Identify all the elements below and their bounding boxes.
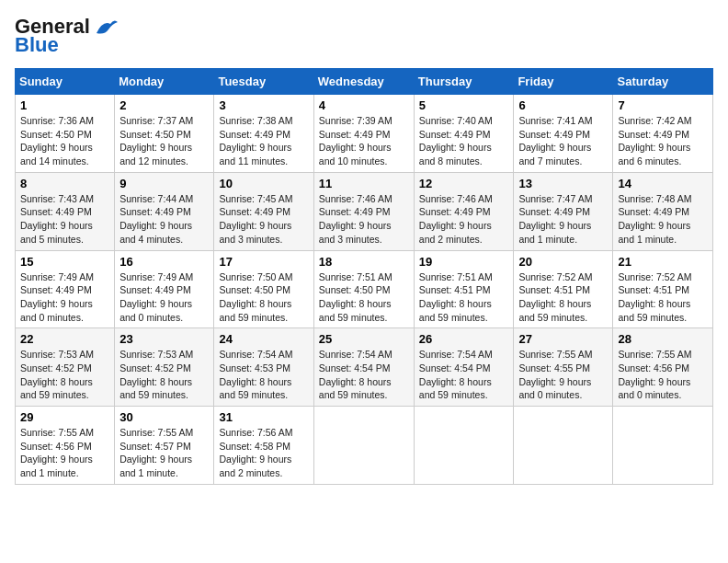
calendar-cell: 26Sunrise: 7:54 AM Sunset: 4:54 PM Dayli…: [414, 328, 514, 407]
calendar-cell: 21Sunrise: 7:52 AM Sunset: 4:51 PM Dayli…: [613, 250, 713, 328]
calendar-cell: 11Sunrise: 7:46 AM Sunset: 4:49 PM Dayli…: [313, 172, 414, 250]
day-number: 11: [319, 177, 409, 190]
calendar-cell: 1Sunrise: 7:36 AM Sunset: 4:50 PM Daylig…: [16, 95, 115, 173]
day-info: Sunrise: 7:46 AM Sunset: 4:49 PM Dayligh…: [319, 192, 409, 247]
calendar-week-1: 1Sunrise: 7:36 AM Sunset: 4:50 PM Daylig…: [16, 95, 713, 173]
day-number: 2: [119, 98, 209, 112]
day-of-week-saturday: Saturday: [613, 69, 713, 95]
day-info: Sunrise: 7:39 AM Sunset: 4:49 PM Dayligh…: [319, 114, 409, 168]
day-info: Sunrise: 7:54 AM Sunset: 4:54 PM Dayligh…: [419, 348, 509, 402]
day-number: 23: [119, 332, 209, 346]
day-number: 19: [419, 255, 509, 269]
day-info: Sunrise: 7:42 AM Sunset: 4:49 PM Dayligh…: [618, 114, 708, 168]
day-number: 8: [20, 177, 109, 190]
page-header: General Blue: [15, 15, 713, 57]
day-of-week-header: SundayMondayTuesdayWednesdayThursdayFrid…: [16, 69, 713, 95]
day-of-week-wednesday: Wednesday: [313, 69, 414, 95]
day-info: Sunrise: 7:55 AM Sunset: 4:57 PM Dayligh…: [119, 426, 209, 480]
day-info: Sunrise: 7:43 AM Sunset: 4:49 PM Dayligh…: [20, 192, 109, 247]
calendar-cell: 9Sunrise: 7:44 AM Sunset: 4:49 PM Daylig…: [115, 172, 214, 250]
day-info: Sunrise: 7:55 AM Sunset: 4:56 PM Dayligh…: [618, 348, 708, 402]
day-info: Sunrise: 7:55 AM Sunset: 4:55 PM Dayligh…: [518, 348, 608, 402]
calendar-cell: 6Sunrise: 7:41 AM Sunset: 4:49 PM Daylig…: [514, 95, 613, 173]
day-number: 15: [20, 255, 109, 269]
calendar-cell: 13Sunrise: 7:47 AM Sunset: 4:49 PM Dayli…: [514, 172, 613, 250]
calendar-cell: [613, 407, 713, 485]
day-of-week-monday: Monday: [115, 69, 214, 95]
day-info: Sunrise: 7:50 AM Sunset: 4:50 PM Dayligh…: [219, 270, 308, 325]
calendar-cell: 24Sunrise: 7:54 AM Sunset: 4:53 PM Dayli…: [214, 328, 313, 407]
day-info: Sunrise: 7:44 AM Sunset: 4:49 PM Dayligh…: [119, 192, 209, 247]
day-number: 13: [518, 177, 608, 190]
calendar-body: 1Sunrise: 7:36 AM Sunset: 4:50 PM Daylig…: [16, 95, 713, 485]
day-info: Sunrise: 7:54 AM Sunset: 4:53 PM Dayligh…: [219, 348, 308, 402]
logo-bird-icon: [92, 17, 119, 37]
calendar-cell: 19Sunrise: 7:51 AM Sunset: 4:51 PM Dayli…: [414, 250, 514, 328]
calendar-cell: 25Sunrise: 7:54 AM Sunset: 4:54 PM Dayli…: [313, 328, 414, 407]
calendar-week-3: 15Sunrise: 7:49 AM Sunset: 4:49 PM Dayli…: [16, 250, 713, 328]
day-number: 10: [219, 177, 308, 190]
calendar-cell: 8Sunrise: 7:43 AM Sunset: 4:49 PM Daylig…: [16, 172, 115, 250]
calendar-cell: 15Sunrise: 7:49 AM Sunset: 4:49 PM Dayli…: [16, 250, 115, 328]
day-number: 26: [419, 332, 509, 346]
day-info: Sunrise: 7:52 AM Sunset: 4:51 PM Dayligh…: [518, 270, 608, 325]
calendar-cell: 5Sunrise: 7:40 AM Sunset: 4:49 PM Daylig…: [414, 95, 514, 173]
day-info: Sunrise: 7:48 AM Sunset: 4:49 PM Dayligh…: [618, 192, 708, 247]
day-info: Sunrise: 7:45 AM Sunset: 4:49 PM Dayligh…: [219, 192, 308, 247]
day-info: Sunrise: 7:38 AM Sunset: 4:49 PM Dayligh…: [219, 114, 308, 168]
day-info: Sunrise: 7:51 AM Sunset: 4:51 PM Dayligh…: [419, 270, 509, 325]
day-number: 20: [518, 255, 608, 269]
day-info: Sunrise: 7:49 AM Sunset: 4:49 PM Dayligh…: [119, 270, 209, 325]
day-number: 31: [219, 410, 308, 424]
day-number: 16: [119, 255, 209, 269]
day-info: Sunrise: 7:49 AM Sunset: 4:49 PM Dayligh…: [20, 270, 109, 325]
day-info: Sunrise: 7:55 AM Sunset: 4:56 PM Dayligh…: [20, 426, 109, 480]
day-number: 27: [518, 332, 608, 346]
day-info: Sunrise: 7:53 AM Sunset: 4:52 PM Dayligh…: [119, 348, 209, 402]
calendar-cell: 23Sunrise: 7:53 AM Sunset: 4:52 PM Dayli…: [115, 328, 214, 407]
day-number: 21: [618, 255, 708, 269]
day-number: 6: [518, 98, 608, 112]
day-info: Sunrise: 7:56 AM Sunset: 4:58 PM Dayligh…: [219, 426, 308, 480]
day-info: Sunrise: 7:52 AM Sunset: 4:51 PM Dayligh…: [618, 270, 708, 325]
day-info: Sunrise: 7:37 AM Sunset: 4:50 PM Dayligh…: [119, 114, 209, 168]
calendar-cell: 30Sunrise: 7:55 AM Sunset: 4:57 PM Dayli…: [115, 407, 214, 485]
calendar-cell: 4Sunrise: 7:39 AM Sunset: 4:49 PM Daylig…: [313, 95, 414, 173]
day-of-week-tuesday: Tuesday: [214, 69, 313, 95]
calendar-cell: 3Sunrise: 7:38 AM Sunset: 4:49 PM Daylig…: [214, 95, 313, 173]
calendar-cell: 31Sunrise: 7:56 AM Sunset: 4:58 PM Dayli…: [214, 407, 313, 485]
day-of-week-friday: Friday: [514, 69, 613, 95]
calendar-week-4: 22Sunrise: 7:53 AM Sunset: 4:52 PM Dayli…: [16, 328, 713, 407]
day-number: 9: [119, 177, 209, 190]
calendar-cell: 10Sunrise: 7:45 AM Sunset: 4:49 PM Dayli…: [214, 172, 313, 250]
calendar-cell: 12Sunrise: 7:46 AM Sunset: 4:49 PM Dayli…: [414, 172, 514, 250]
day-number: 24: [219, 332, 308, 346]
calendar-cell: [313, 407, 414, 485]
day-info: Sunrise: 7:51 AM Sunset: 4:50 PM Dayligh…: [319, 270, 409, 325]
calendar-table: SundayMondayTuesdayWednesdayThursdayFrid…: [15, 68, 713, 485]
day-number: 14: [618, 177, 708, 190]
calendar-cell: [414, 407, 514, 485]
day-number: 22: [20, 332, 109, 346]
calendar-week-2: 8Sunrise: 7:43 AM Sunset: 4:49 PM Daylig…: [16, 172, 713, 250]
day-info: Sunrise: 7:41 AM Sunset: 4:49 PM Dayligh…: [518, 114, 608, 168]
day-number: 30: [119, 410, 209, 424]
calendar-cell: 20Sunrise: 7:52 AM Sunset: 4:51 PM Dayli…: [514, 250, 613, 328]
day-of-week-thursday: Thursday: [414, 69, 514, 95]
day-number: 5: [419, 98, 509, 112]
day-number: 25: [319, 332, 409, 346]
day-number: 17: [219, 255, 308, 269]
day-info: Sunrise: 7:36 AM Sunset: 4:50 PM Dayligh…: [20, 114, 109, 168]
calendar-cell: 7Sunrise: 7:42 AM Sunset: 4:49 PM Daylig…: [613, 95, 713, 173]
day-number: 18: [319, 255, 409, 269]
day-number: 29: [20, 410, 109, 424]
day-number: 7: [618, 98, 708, 112]
calendar-cell: 27Sunrise: 7:55 AM Sunset: 4:55 PM Dayli…: [514, 328, 613, 407]
calendar-cell: 17Sunrise: 7:50 AM Sunset: 4:50 PM Dayli…: [214, 250, 313, 328]
calendar-cell: 14Sunrise: 7:48 AM Sunset: 4:49 PM Dayli…: [613, 172, 713, 250]
day-number: 4: [319, 98, 409, 112]
day-number: 1: [20, 98, 109, 112]
day-number: 3: [219, 98, 308, 112]
logo: General Blue: [15, 15, 119, 57]
calendar-cell: [514, 407, 613, 485]
